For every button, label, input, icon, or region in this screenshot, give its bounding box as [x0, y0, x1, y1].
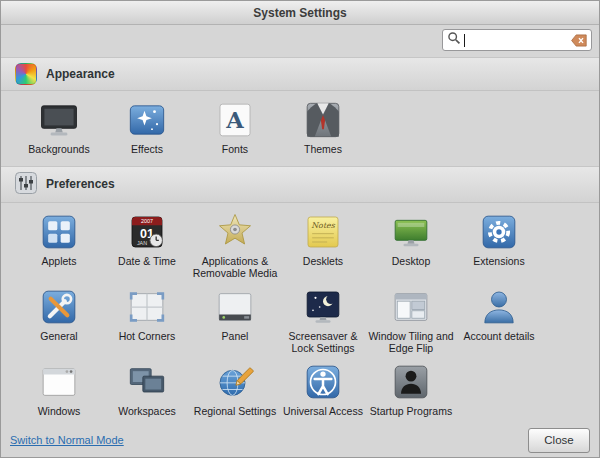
close-button[interactable]: Close: [528, 428, 590, 453]
settings-item-workspaces[interactable]: Workspaces: [103, 362, 191, 418]
settings-item-panel[interactable]: Panel: [191, 287, 279, 355]
svg-text:JAN: JAN: [137, 239, 147, 245]
settings-item-label: Effects: [131, 143, 163, 156]
desktop-icon: [391, 212, 431, 252]
settings-item-themes[interactable]: Themes: [279, 100, 367, 156]
section-header-preferences: Preferences: [1, 166, 599, 203]
appearance-grid: Backgrounds Effects A Fonts Themes: [1, 91, 599, 163]
effects-icon: [127, 100, 167, 140]
account-details-icon: [479, 287, 519, 327]
settings-item-backgrounds[interactable]: Backgrounds: [15, 100, 103, 156]
settings-item-label: Applets: [41, 255, 76, 268]
settings-item-applications-removable-media[interactable]: Applications & Removable Media: [191, 212, 279, 280]
universal-access-icon: [303, 362, 343, 402]
settings-item-universal-access[interactable]: Universal Access: [279, 362, 367, 418]
settings-item-extensions[interactable]: Extensions: [455, 212, 543, 280]
general-icon: [39, 287, 79, 327]
settings-item-label: Themes: [304, 143, 342, 156]
settings-item-label: Screensaver & Lock Settings: [280, 330, 366, 355]
settings-item-label: Workspaces: [118, 405, 176, 418]
settings-item-label: Desklets: [303, 255, 343, 268]
svg-text:Notes: Notes: [311, 220, 336, 229]
settings-item-label: Applications & Removable Media: [192, 255, 278, 280]
settings-item-label: Hot Corners: [119, 330, 176, 343]
applications-removable-media-icon: [215, 212, 255, 252]
settings-item-effects[interactable]: Effects: [103, 100, 191, 156]
settings-item-label: Windows: [38, 405, 81, 418]
date-time-icon: 200701JAN: [127, 212, 167, 252]
clear-icon[interactable]: [571, 34, 587, 47]
hot-corners-icon: [127, 287, 167, 327]
startup-programs-icon: [391, 362, 431, 402]
settings-item-label: Universal Access: [283, 405, 363, 418]
settings-item-desklets[interactable]: Notes Desklets: [279, 212, 367, 280]
backgrounds-icon: [39, 100, 79, 140]
desklets-icon: Notes: [303, 212, 343, 252]
settings-item-label: Fonts: [222, 143, 248, 156]
system-settings-window: { "titlebar": { "title": "System Setting…: [0, 0, 600, 458]
preferences-sliders-icon: [15, 172, 37, 197]
search-icon: [447, 31, 461, 49]
extensions-icon: [479, 212, 519, 252]
switch-mode-link[interactable]: Switch to Normal Mode: [10, 434, 124, 446]
fonts-icon: A: [215, 100, 255, 140]
settings-item-label: Startup Programs: [370, 405, 452, 418]
footer: Switch to Normal Mode Close: [1, 423, 599, 457]
search-box[interactable]: [442, 29, 592, 51]
settings-item-desktop[interactable]: Desktop: [367, 212, 455, 280]
settings-item-label: Regional Settings: [194, 405, 276, 418]
settings-item-window-tiling[interactable]: Window Tiling and Edge Flip: [367, 287, 455, 355]
settings-item-label: Panel: [222, 330, 249, 343]
settings-item-fonts[interactable]: A Fonts: [191, 100, 279, 156]
settings-item-label: General: [40, 330, 77, 343]
window-tiling-icon: [391, 287, 431, 327]
screensaver-icon: [303, 287, 343, 327]
toolbar: [1, 25, 599, 54]
panel-icon: [215, 287, 255, 327]
applets-icon: [39, 212, 79, 252]
settings-item-label: Extensions: [473, 255, 524, 268]
section-header-appearance: Appearance: [1, 57, 599, 91]
settings-item-account-details[interactable]: Account details: [455, 287, 543, 355]
settings-item-hot-corners[interactable]: Hot Corners: [103, 287, 191, 355]
preferences-grid: Applets 200701JAN Date & Time Applicatio…: [1, 203, 599, 425]
settings-item-date-time[interactable]: 200701JAN Date & Time: [103, 212, 191, 280]
appearance-swirl-icon: [15, 63, 37, 85]
text-cursor: [464, 34, 465, 47]
settings-item-general[interactable]: General: [15, 287, 103, 355]
settings-item-windows[interactable]: Windows: [15, 362, 103, 418]
window-title: System Settings: [253, 6, 346, 20]
settings-item-startup-programs[interactable]: Startup Programs: [367, 362, 455, 418]
themes-icon: [303, 100, 343, 140]
settings-item-regional-settings[interactable]: Regional Settings: [191, 362, 279, 418]
windows-icon: [39, 362, 79, 402]
svg-text:2007: 2007: [141, 218, 153, 224]
settings-item-applets[interactable]: Applets: [15, 212, 103, 280]
settings-item-label: Window Tiling and Edge Flip: [368, 330, 454, 355]
regional-settings-icon: [215, 362, 255, 402]
settings-item-label: Date & Time: [118, 255, 176, 268]
settings-item-screensaver[interactable]: Screensaver & Lock Settings: [279, 287, 367, 355]
section-title: Appearance: [46, 67, 115, 81]
settings-item-label: Desktop: [392, 255, 431, 268]
settings-item-label: Backgrounds: [28, 143, 89, 156]
section-title: Preferences: [46, 177, 115, 191]
svg-text:A: A: [225, 107, 244, 133]
search-input[interactable]: [468, 34, 568, 46]
workspaces-icon: [127, 362, 167, 402]
titlebar: System Settings: [1, 1, 599, 25]
settings-item-label: Account details: [463, 330, 534, 343]
